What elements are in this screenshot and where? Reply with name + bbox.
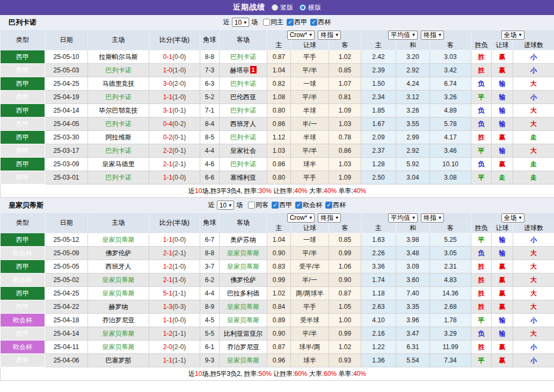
near-label: 近 xyxy=(208,201,215,210)
average-select[interactable]: 平均值 ▾ xyxy=(388,31,418,40)
odds-handicap: 两/两球半 xyxy=(291,287,329,300)
fullmatch-select[interactable]: 全场 ▾ xyxy=(501,31,524,40)
match-date: 25-04-22 xyxy=(45,300,88,314)
result-handicap: 赢 xyxy=(492,354,513,367)
home-team: 皇家马德里 xyxy=(88,158,149,171)
league-badge: 西甲 xyxy=(1,77,45,91)
chevron-down-icon: ▾ xyxy=(309,32,312,38)
average-select[interactable]: 平均值 ▾ xyxy=(388,213,418,223)
avg-draw: 3.12 xyxy=(396,91,430,104)
result-goals: 大 xyxy=(513,117,554,131)
result-outcome: 平 xyxy=(471,91,492,104)
home-column-header: 主场 xyxy=(88,213,149,233)
match-score: 5-1(1-1) xyxy=(149,287,200,300)
final-index-select[interactable]: 终指 ▾ xyxy=(318,213,341,223)
odds-away: 0.99 xyxy=(329,327,361,341)
avg-draw: 2.92 xyxy=(396,144,430,158)
home-team: 巴列卡诺 xyxy=(88,144,149,158)
avg-away: 3.46 xyxy=(430,144,471,158)
result-outcome: 负 xyxy=(471,247,492,260)
avg-draw: 4.24 xyxy=(396,77,430,91)
odds-home: 0.80 xyxy=(267,104,291,117)
avg-home: 2.26 xyxy=(361,247,396,260)
result-handicap: 输 xyxy=(492,104,513,117)
odds-away: 1.02 xyxy=(329,341,361,354)
avg-away: 6.74 xyxy=(430,77,471,91)
home-team: 西班牙人 xyxy=(88,260,149,273)
subcol-avg-home: 主 xyxy=(361,40,396,50)
crow-select-value: Crow* xyxy=(290,214,308,221)
avg-away: 5.25 xyxy=(430,233,471,247)
subcol-avg-away: 客 xyxy=(430,40,471,50)
filter-label: 西杯 xyxy=(318,18,331,27)
checkbox-checked-icon[interactable]: ✓ xyxy=(272,202,279,209)
home-team: 皇家贝蒂斯 xyxy=(88,273,149,287)
league-badge: 欧会杯 xyxy=(1,314,45,327)
red-card-badge: 1 xyxy=(250,66,257,73)
recent-controls: 近 10 ▾ 场 同主✓西甲✓西杯 xyxy=(0,15,554,29)
radio-unselected-icon[interactable] xyxy=(272,4,278,11)
subcol-outcome: 胜负 xyxy=(471,223,492,233)
fullmatch-select[interactable]: 全场 ▾ xyxy=(501,213,524,223)
match-score: 1-1(1-1) xyxy=(149,354,200,367)
league-badge: 西甲 xyxy=(1,117,45,131)
crow-select[interactable]: Crow* ▾ xyxy=(287,31,315,40)
home-team: 巴列卡诺 xyxy=(88,91,149,104)
odds-home: 1.04 xyxy=(267,233,291,247)
final-index-select-2[interactable]: 终指 ▾ xyxy=(421,31,444,40)
checkbox-checked-icon[interactable]: ✓ xyxy=(295,202,302,209)
away-team: 西班牙人 xyxy=(220,117,267,131)
summary-text: 近 xyxy=(188,370,195,378)
odds-home: 1.12 xyxy=(267,131,291,144)
match-row: 西甲25-04-22赫罗纳1-3(0-3)8-9皇家贝蒂斯0.84平手1.052… xyxy=(1,300,554,314)
recent-count-select[interactable]: 10 ▾ xyxy=(217,201,234,210)
result-outcome: 平 xyxy=(471,144,492,158)
checkbox-checked-icon[interactable]: ✓ xyxy=(325,202,332,209)
match-row: 西甲25-05-05西班牙人1-2(1-0)3-7皇家贝蒂斯0.83受平/半1.… xyxy=(1,260,554,273)
type-column-header: 类型 xyxy=(1,30,45,50)
result-outcome: 胜 xyxy=(471,50,492,64)
summary-text: 大率: xyxy=(308,370,324,378)
filter-label: 西杯 xyxy=(333,201,346,210)
checkbox-checked-icon[interactable]: ✓ xyxy=(287,19,294,26)
final-index-select-2[interactable]: 终指 ▾ xyxy=(421,213,444,223)
result-goals: 大 xyxy=(513,260,554,273)
match-score: 0-2(0-1) xyxy=(149,131,200,144)
summary-text: 场,胜5平3负2, 胜率: xyxy=(202,370,258,378)
corner-count: 8-4 xyxy=(200,117,220,131)
radio-selected-icon[interactable] xyxy=(300,4,306,11)
team-name: 皇家贝蒂斯 xyxy=(9,201,43,210)
radio-horizontal-layout[interactable]: 横版 xyxy=(300,3,321,12)
odds-handicap: 半/一 xyxy=(291,117,329,131)
final-index-select[interactable]: 终指 ▾ xyxy=(318,31,341,40)
avg-home: 2.16 xyxy=(361,327,396,341)
result-goals: 大 xyxy=(513,77,554,91)
crow-select[interactable]: Crow* ▾ xyxy=(287,213,315,223)
odds-away: 1.07 xyxy=(329,77,361,91)
league-badge: 西甲 xyxy=(1,287,45,300)
recent-count-value: 10 xyxy=(235,19,242,26)
result-handicap: 赢 xyxy=(492,341,513,354)
recent-count-select[interactable]: 10 ▾ xyxy=(232,18,249,27)
match-score: 1-1(0-0) xyxy=(149,314,200,327)
subcol-goals-result: 进球数 xyxy=(513,223,554,233)
odds-handicap: 球半 xyxy=(291,354,329,367)
odds-home: 0.82 xyxy=(267,77,291,91)
match-score: 1-2(1-0) xyxy=(149,260,200,273)
away-column-header: 客场 xyxy=(220,213,267,233)
result-goals: 大 xyxy=(513,144,554,158)
chevron-down-icon: ▾ xyxy=(309,215,312,220)
radio-vertical-layout[interactable]: 竖版 xyxy=(272,3,293,12)
result-handicap: 输 xyxy=(492,327,513,341)
checkbox-unchecked-icon[interactable] xyxy=(248,202,255,209)
result-goals: 小 xyxy=(513,91,554,104)
match-row: 西甲25-04-25皇家贝蒂斯5-1(1-1)4-4巴拉多利德1.02两/两球半… xyxy=(1,287,554,300)
checkbox-unchecked-icon[interactable] xyxy=(263,19,270,26)
odds-home: 0.86 xyxy=(267,117,291,131)
checkbox-checked-icon[interactable]: ✓ xyxy=(310,19,317,26)
away-team: 皇家贝蒂斯 xyxy=(220,354,267,367)
home-team: 皇家贝蒂斯 xyxy=(88,327,149,341)
avg-away: 3.42 xyxy=(430,64,471,77)
odds-home: 0.87 xyxy=(267,50,291,64)
odds-away: 0.78 xyxy=(329,131,361,144)
